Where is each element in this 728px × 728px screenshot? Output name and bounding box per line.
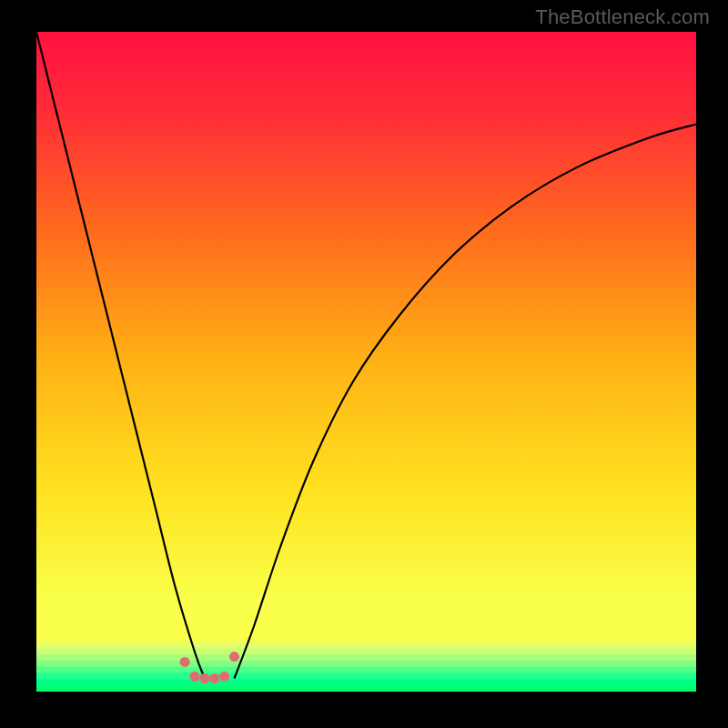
glow-band — [36, 642, 696, 649]
chart-frame: TheBottleneck.com — [0, 0, 728, 728]
glow-band — [36, 667, 696, 673]
trough-dot — [209, 673, 219, 683]
bottom-gradient-bands — [36, 642, 696, 692]
trough-dot — [190, 672, 200, 682]
glow-band — [36, 654, 696, 661]
glow-band — [36, 648, 696, 654]
trough-dot — [229, 652, 239, 662]
glow-band — [36, 661, 696, 667]
chart-svg — [36, 32, 696, 692]
watermark-text: TheBottleneck.com — [535, 5, 710, 29]
plot-area — [36, 32, 696, 692]
trough-dot — [180, 657, 190, 667]
trough-dot — [199, 673, 209, 683]
glow-band — [36, 673, 696, 680]
glow-band — [36, 685, 696, 692]
glow-band — [36, 679, 696, 685]
trough-dot — [219, 672, 229, 682]
